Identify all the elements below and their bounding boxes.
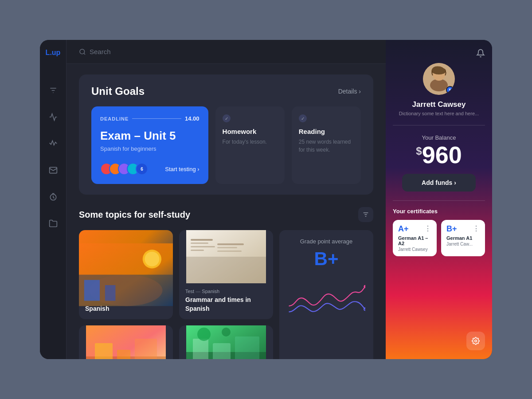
exam-subtitle: Spanish for beginners xyxy=(100,145,200,152)
homework-card: ✓ Homework For today's lesson. xyxy=(215,106,285,184)
notification-bell[interactable] xyxy=(476,49,485,59)
logo-accent: L xyxy=(46,49,50,56)
topic-card-1[interactable]: Test — Spanish Grammar and times in Span… xyxy=(179,230,273,319)
certificate-1[interactable]: B+ ⋮ German A1 Jarrett Caw... xyxy=(441,220,485,256)
user-name: Jarrett Cawsey xyxy=(412,100,466,109)
deadline-time: 14.00 xyxy=(185,115,200,122)
svg-line-6 xyxy=(84,53,85,55)
cert-grade-0: A+ xyxy=(398,224,409,234)
svg-point-38 xyxy=(197,328,211,341)
topic-name-1: Grammar and times in Spanish xyxy=(185,296,267,313)
unit-goals-header: Unit Goals Details › xyxy=(91,85,361,98)
homework-desc: For today's lesson. xyxy=(223,138,278,146)
divider-2 xyxy=(393,200,485,201)
unit-goals-title: Unit Goals xyxy=(91,85,145,98)
topic-info-1: Test — Spanish Grammar and times in Span… xyxy=(179,283,273,319)
avatar-count: 6 xyxy=(136,163,148,175)
balance-symbol: $ xyxy=(416,145,422,157)
sidebar-item-folder[interactable] xyxy=(46,216,60,231)
search-label: Search xyxy=(90,48,111,55)
svg-point-44 xyxy=(475,340,477,342)
reading-check: ✓ xyxy=(299,114,307,122)
cert-grade-1: B+ xyxy=(446,224,457,234)
exam-deadline: DEADLINE 14.00 xyxy=(100,115,200,122)
content-area: Unit Goals Details › DEADLINE 14.00 Exam… xyxy=(66,64,386,359)
svg-rect-21 xyxy=(191,246,215,247)
svg-rect-22 xyxy=(191,250,204,251)
topic-card-2[interactable]: Article — Spanish Life in the city xyxy=(79,325,173,359)
filter-icon xyxy=(362,211,369,218)
sidebar-item-chart[interactable] xyxy=(46,110,60,124)
cert-name-1: German A1 xyxy=(446,235,480,241)
svg-rect-32 xyxy=(135,339,157,359)
sidebar-icons xyxy=(46,83,60,231)
cert-name-0: German A1 – A2 xyxy=(398,235,431,246)
certificates-label: Your certificates xyxy=(393,208,438,215)
topic-meta-1: Test — Spanish xyxy=(185,289,267,294)
settings-button[interactable] xyxy=(466,332,485,350)
svg-rect-24 xyxy=(217,247,237,248)
bell-icon xyxy=(476,49,485,58)
avatars-group: 6 xyxy=(100,163,148,175)
logo-rest: .up xyxy=(50,49,60,56)
header: Search xyxy=(66,40,386,64)
svg-point-41 xyxy=(430,79,448,91)
homework-check: ✓ xyxy=(223,114,231,122)
details-button[interactable]: Details › xyxy=(338,88,361,95)
sidebar-item-filters[interactable] xyxy=(46,83,60,98)
svg-rect-25 xyxy=(217,250,242,252)
reading-card: ✓ Reading 25 new words learned for this … xyxy=(292,106,361,184)
svg-rect-31 xyxy=(117,350,130,359)
exam-card-footer: 6 Start testing › xyxy=(100,163,200,175)
exam-title: Exam – Unit 5 xyxy=(100,129,200,143)
topic-card-0[interactable]: Article — Spanish Feelings and moods in … xyxy=(79,230,173,319)
grade-title: Grade point average xyxy=(287,238,365,245)
cert-menu-1[interactable]: ⋮ xyxy=(473,224,480,233)
topics-title: Some topics for self-study xyxy=(79,210,190,220)
certificate-0[interactable]: A+ ⋮ German A1 – A2 Jarrett Cawsey xyxy=(393,220,437,256)
cert-person-1: Jarrett Caw... xyxy=(446,242,480,246)
divider-1 xyxy=(393,125,485,125)
sidebar-item-activity[interactable] xyxy=(46,137,60,151)
svg-point-16 xyxy=(145,252,159,266)
user-avatar: 5 xyxy=(423,63,455,95)
sidebar-item-timer[interactable] xyxy=(46,190,60,204)
topic-card-3[interactable]: Test — Spanish Architecture of Spain xyxy=(179,325,273,359)
add-funds-button[interactable]: Add funds › xyxy=(402,174,476,192)
svg-rect-35 xyxy=(193,339,208,359)
svg-rect-23 xyxy=(217,243,244,245)
homework-title: Homework xyxy=(223,128,278,135)
svg-rect-18 xyxy=(186,257,266,283)
topics-grid: Article — Spanish Feelings and moods in … xyxy=(79,230,373,359)
search-bar[interactable]: Search xyxy=(79,48,111,55)
logo: L.up xyxy=(46,49,61,57)
balance-label: Your Balance xyxy=(422,134,456,141)
reading-desc: 25 new words learned for this week. xyxy=(299,138,354,154)
svg-rect-36 xyxy=(213,343,231,359)
start-testing-button[interactable]: Start testing › xyxy=(165,166,199,172)
certificates-row: A+ ⋮ German A1 – A2 Jarrett Cawsey B+ ⋮ … xyxy=(393,220,485,256)
gear-icon xyxy=(472,337,480,345)
topics-header: Some topics for self-study xyxy=(79,207,373,222)
balance-amount: $960 xyxy=(416,143,462,167)
cert-menu-0[interactable]: ⋮ xyxy=(424,224,431,233)
unit-goals-card: Unit Goals Details › DEADLINE 14.00 Exam… xyxy=(79,74,373,195)
search-icon xyxy=(79,48,86,55)
svg-rect-37 xyxy=(235,336,259,359)
filter-button[interactable] xyxy=(358,207,373,222)
sidebar-item-messages[interactable] xyxy=(46,163,60,177)
unit-goals-content: DEADLINE 14.00 Exam – Unit 5 Spanish for… xyxy=(91,106,361,184)
svg-point-39 xyxy=(222,328,231,336)
cert-person-0: Jarrett Cawsey xyxy=(398,247,431,252)
avatar-badge: 5 xyxy=(446,86,454,94)
sidebar: L.up xyxy=(40,40,66,359)
chart-area xyxy=(287,276,365,359)
user-desc: Dictionary some text here and here... xyxy=(399,111,479,116)
topics-section: Some topics for self-study xyxy=(79,207,373,359)
svg-point-5 xyxy=(80,49,85,54)
main-content: Search Unit Goals Details › DEADLINE xyxy=(66,40,386,359)
svg-rect-14 xyxy=(105,285,116,301)
right-panel: 5 Jarrett Cawsey Dictionary some text he… xyxy=(386,40,492,359)
svg-rect-13 xyxy=(84,280,100,301)
reading-title: Reading xyxy=(299,128,354,135)
